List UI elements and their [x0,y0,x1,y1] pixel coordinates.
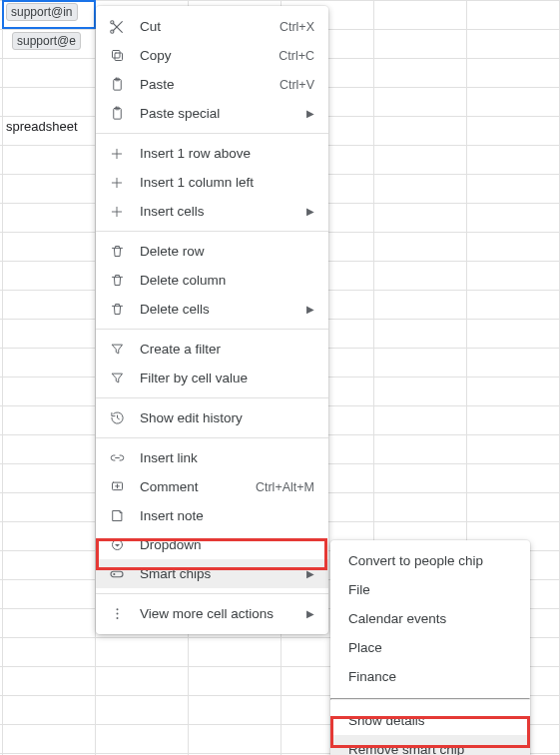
svg-point-1 [111,30,114,33]
comment-icon [108,478,126,496]
plus-icon [108,203,126,221]
chevron-right-icon: ▶ [306,304,314,315]
menu-item-label: Filter by cell value [140,371,314,385]
clipboard-icon [108,105,126,123]
svg-point-0 [111,20,114,23]
svg-point-13 [116,613,118,615]
menu-item-more-actions[interactable]: View more cell actions ▶ [96,599,328,628]
menu-item-label: Show details [348,713,516,728]
menu-item-delete-column[interactable]: Delete column [96,266,328,295]
menu-item-comment[interactable]: Comment Ctrl+Alt+M [96,472,328,501]
menu-separator [96,437,328,438]
menu-separator [96,397,328,398]
menu-item-insert-column[interactable]: Insert 1 column left [96,168,328,197]
submenu-convert-people[interactable]: Convert to people chip [330,546,530,575]
svg-point-11 [113,572,115,574]
trash-icon [108,272,126,290]
menu-item-label: Create a filter [140,342,314,357]
smart-chip-icon [108,565,126,583]
menu-item-cut[interactable]: Cut Ctrl+X [96,12,328,41]
menu-separator [96,593,328,594]
menu-item-paste-special[interactable]: Paste special ▶ [96,99,328,128]
filter-icon [108,370,126,387]
submenu-calendar[interactable]: Calendar events [330,604,530,633]
menu-item-insert-link[interactable]: Insert link [96,443,328,472]
menu-item-filter-value[interactable]: Filter by cell value [96,364,328,392]
menu-item-label: Show edit history [140,410,314,425]
menu-item-create-filter[interactable]: Create a filter [96,335,328,364]
note-icon [108,507,126,525]
menu-separator [96,133,328,134]
menu-item-label: Delete column [140,273,314,288]
menu-item-copy[interactable]: Copy Ctrl+C [96,41,328,70]
menu-item-label: Copy [140,48,279,63]
shortcut: Ctrl+V [280,78,314,92]
svg-rect-10 [111,571,123,576]
chevron-right-icon: ▶ [306,608,314,619]
cell-a1[interactable]: support@in [4,3,80,24]
trash-icon [108,243,126,261]
menu-item-label: Paste special [140,106,300,121]
svg-rect-2 [115,53,123,61]
copy-icon [108,47,126,65]
menu-item-insert-row[interactable]: Insert 1 row above [96,139,328,168]
menu-item-label: Insert cells [140,204,300,219]
scissors-icon [108,18,126,36]
svg-point-12 [116,608,118,610]
menu-item-label: Remove smart chip [348,742,516,755]
cell-a5[interactable]: spreadsheet [4,119,80,134]
chevron-right-icon: ▶ [306,108,314,119]
menu-item-label: Convert to people chip [348,553,516,568]
menu-item-label: Cut [140,19,280,34]
menu-item-insert-cells[interactable]: Insert cells ▶ [96,197,328,226]
smart-chip[interactable]: support@in [6,3,78,21]
menu-item-label: Delete row [140,244,314,259]
chevron-right-icon: ▶ [306,568,314,579]
dropdown-icon [108,536,126,554]
more-icon [108,605,126,623]
menu-item-delete-cells[interactable]: Delete cells ▶ [96,295,328,324]
menu-item-insert-note[interactable]: Insert note [96,501,328,530]
menu-item-label: Smart chips [140,566,300,581]
submenu-place[interactable]: Place [330,633,530,662]
submenu-finance[interactable]: Finance [330,662,530,691]
context-menu: Cut Ctrl+X Copy Ctrl+C Paste Ctrl+V Past… [96,6,328,634]
submenu-show-details[interactable]: Show details [330,706,530,735]
menu-separator [96,231,328,232]
menu-item-delete-row[interactable]: Delete row [96,237,328,266]
shortcut: Ctrl+C [279,49,314,63]
menu-item-label: Insert 1 column left [140,175,314,190]
menu-item-label: Dropdown [140,537,314,552]
menu-item-dropdown[interactable]: Dropdown [96,530,328,559]
menu-item-label: View more cell actions [140,606,300,621]
menu-item-label: Calendar events [348,611,516,626]
menu-item-label: Comment [140,479,256,494]
menu-item-label: Finance [348,669,516,684]
menu-separator [96,329,328,330]
menu-separator [330,698,530,700]
menu-item-label: Insert 1 row above [140,146,314,161]
link-icon [108,449,126,467]
plus-icon [108,145,126,163]
menu-item-edit-history[interactable]: Show edit history [96,403,328,432]
smart-chip[interactable]: support@e [12,32,81,50]
submenu-remove-chip[interactable]: Remove smart chip [330,735,530,755]
menu-item-paste[interactable]: Paste Ctrl+V [96,70,328,99]
menu-item-label: Insert note [140,508,314,523]
menu-item-label: Paste [140,77,280,92]
svg-point-14 [116,617,118,619]
history-icon [108,409,126,427]
smart-chips-submenu: Convert to people chip File Calendar eve… [330,540,530,755]
chevron-right-icon: ▶ [306,206,314,217]
menu-item-label: Insert link [140,450,314,465]
filter-icon [108,341,126,359]
menu-item-label: Delete cells [140,302,300,317]
clipboard-icon [108,76,126,94]
menu-item-smart-chips[interactable]: Smart chips ▶ [96,559,328,588]
shortcut: Ctrl+X [280,20,314,34]
submenu-file[interactable]: File [330,575,530,604]
svg-rect-3 [112,51,120,59]
shortcut: Ctrl+Alt+M [256,480,314,494]
cell-a2[interactable]: support@e [10,32,83,53]
trash-icon [108,301,126,319]
